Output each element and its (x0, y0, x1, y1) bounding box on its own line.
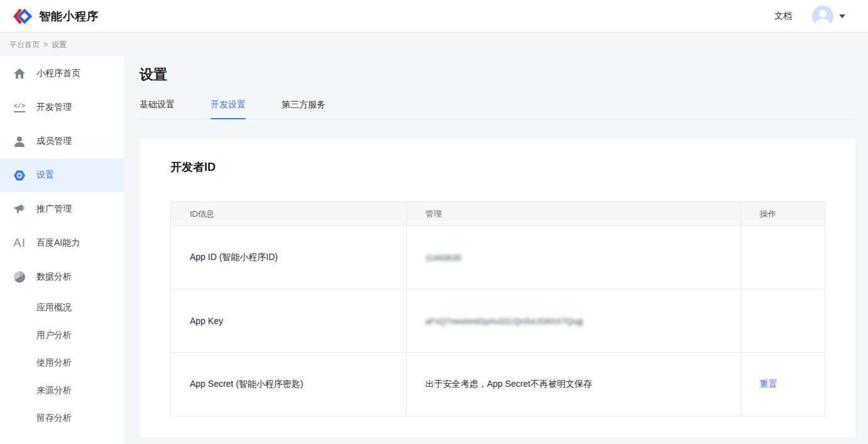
tab-basic-settings[interactable]: 基础设置 (140, 99, 175, 119)
sidebar-subitem-usage-analysis[interactable]: 使用分析 (0, 349, 124, 377)
breadcrumb-current: 设置 (52, 40, 67, 50)
column-header-id-info: ID信息 (171, 202, 407, 226)
sidebar-subitem-label: 应用概况 (36, 302, 72, 313)
sidebar-item-label: 数据分析 (36, 271, 72, 283)
sidebar-item-settings[interactable]: 设置 (0, 158, 124, 192)
app-key-action-cell (740, 290, 825, 353)
avatar[interactable] (812, 6, 833, 27)
sidebar-item-promotion[interactable]: 推广管理 (0, 192, 124, 226)
megaphone-icon (14, 203, 25, 215)
breadcrumb-separator: > (43, 40, 48, 49)
brand-logo-icon (13, 7, 33, 26)
brand[interactable]: 智能小程序 (13, 7, 99, 26)
sidebar-subitem-user-analysis[interactable]: 用户分析 (0, 322, 124, 349)
tab-third-party[interactable]: 第三方服务 (282, 99, 326, 119)
reset-app-secret-link[interactable]: 重置 (760, 379, 777, 389)
top-header: 智能小程序 文档 (0, 0, 868, 33)
table-header-row: ID信息 管理 操作 (171, 202, 825, 226)
developer-id-card: 开发者ID ID信息 管理 操作 App ID (智能小程序ID) 114436… (140, 138, 856, 438)
sidebar-subitem-source-analysis[interactable]: 来源分析 (0, 377, 124, 404)
sidebar-subitem-app-overview[interactable]: 应用概况 (0, 294, 124, 322)
caret-down-icon[interactable] (839, 14, 845, 18)
pie-chart-icon (14, 271, 25, 283)
brand-name: 智能小程序 (39, 9, 99, 24)
main-content: 设置 基础设置 开发设置 第三方服务 开发者ID ID信息 管理 操作 (124, 57, 868, 444)
table-row-app-secret: App Secret (智能小程序密匙) 出于安全考虑，App Secret不再… (171, 353, 825, 416)
app-id-value: 11443635 (426, 253, 461, 263)
code-icon: </> (14, 101, 25, 114)
app-secret-note: 出于安全考虑，App Secret不再被明文保存 (426, 379, 592, 389)
tab-dev-settings[interactable]: 开发设置 (211, 99, 246, 119)
app-id-action-cell (740, 226, 825, 290)
breadcrumb-home[interactable]: 平台首页 (9, 40, 40, 50)
page-title: 设置 (140, 65, 856, 84)
tab-bar: 基础设置 开发设置 第三方服务 (140, 99, 856, 119)
table-row-app-key: App Key aFsQ7nwshmtGpAs32CQnSxUGKhX7Qsgj (171, 290, 825, 353)
sidebar-item-label: 开发管理 (36, 102, 72, 113)
docs-link[interactable]: 文档 (774, 11, 792, 22)
app-key-value: aFsQ7nwshmtGpAs32CQnSxUGKhX7Qsgj (426, 317, 583, 326)
account-menu[interactable] (812, 6, 845, 27)
sidebar-subitem-label: 用户分析 (36, 330, 72, 341)
sidebar-item-home[interactable]: 小程序首页 (0, 57, 124, 90)
settings-icon (14, 169, 25, 181)
card-heading: 开发者ID (170, 160, 825, 175)
breadcrumb: 平台首页 > 设置 (0, 33, 868, 57)
table-row-app-id: App ID (智能小程序ID) 11443635 (171, 226, 825, 290)
sidebar-item-data-analysis[interactable]: 数据分析 (0, 260, 124, 294)
sidebar-item-label: 百度AI能力 (36, 237, 80, 249)
ai-icon: AI (14, 237, 25, 249)
sidebar-item-baidu-ai[interactable]: AI 百度AI能力 (0, 226, 124, 260)
sidebar-item-label: 成员管理 (36, 136, 72, 147)
sidebar-subitem-retention-analysis[interactable]: 留存分析 (0, 404, 124, 432)
member-icon (14, 135, 25, 148)
sidebar: 小程序首页 </> 开发管理 成员管理 设置 推广管理 (0, 57, 124, 444)
sidebar-subitem-label: 来源分析 (36, 385, 72, 396)
sidebar-item-dev-manage[interactable]: </> 开发管理 (0, 90, 124, 124)
app-key-label: App Key (171, 290, 407, 353)
sidebar-subitem-label: 使用分析 (36, 357, 72, 369)
column-header-action: 操作 (740, 202, 825, 226)
developer-id-table: ID信息 管理 操作 App ID (智能小程序ID) 11443635 App… (170, 202, 825, 416)
column-header-manage: 管理 (406, 202, 740, 226)
sidebar-item-members[interactable]: 成员管理 (0, 124, 124, 158)
home-icon (14, 67, 25, 80)
sidebar-item-label: 推广管理 (36, 203, 72, 215)
app-id-label: App ID (智能小程序ID) (171, 226, 407, 290)
sidebar-subitem-label: 留存分析 (36, 413, 72, 424)
sidebar-item-label: 小程序首页 (36, 68, 80, 79)
sidebar-item-label: 设置 (36, 170, 54, 181)
app-secret-label: App Secret (智能小程序密匙) (171, 353, 407, 416)
